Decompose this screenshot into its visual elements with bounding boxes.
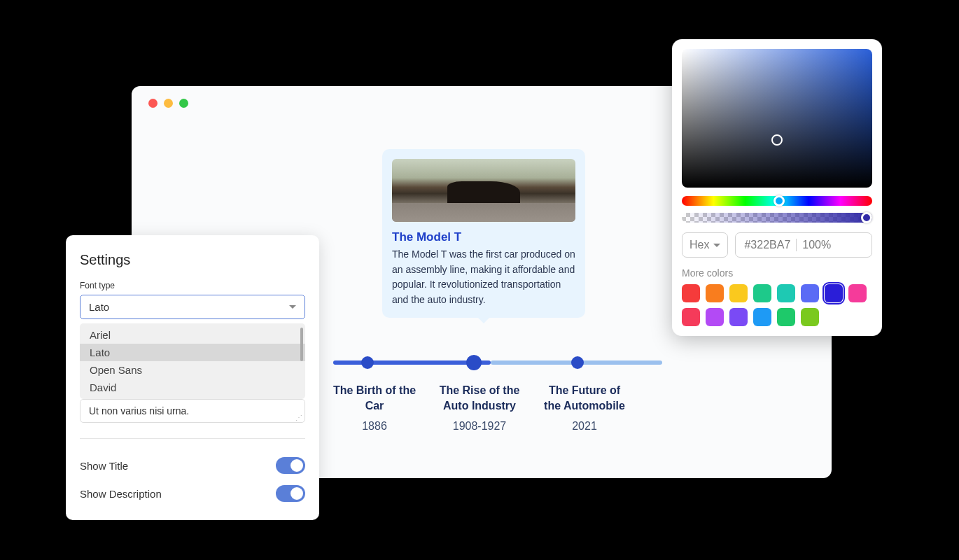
show-description-label: Show Description	[80, 488, 162, 500]
timeline-dot-2[interactable]	[466, 355, 482, 370]
color-format-select[interactable]: Hex	[682, 232, 728, 258]
timeline-event-card: The Model T The Model T was the first ca…	[382, 149, 585, 318]
font-option-ariel[interactable]: Ariel	[80, 326, 305, 344]
event-title: The Model T	[392, 230, 575, 244]
show-title-row: Show Title	[80, 451, 305, 479]
hex-value: #322BA7	[744, 239, 790, 251]
color-swatch[interactable]	[801, 284, 819, 302]
color-swatch[interactable]	[682, 308, 700, 326]
timeline-label-3-year: 2021	[539, 419, 630, 434]
alpha-slider[interactable]	[682, 213, 872, 223]
font-type-label: Font type	[80, 281, 305, 290]
color-gradient-field[interactable]	[682, 49, 872, 188]
opacity-value: 100%	[802, 239, 831, 251]
timeline-label-2-title: The Rise of the Auto Industry	[434, 383, 525, 414]
timeline-label-1-year: 1886	[329, 419, 420, 434]
color-swatch[interactable]	[706, 308, 724, 326]
timeline-dot-3[interactable]	[571, 356, 584, 369]
close-window-button[interactable]	[148, 99, 158, 108]
color-swatch[interactable]	[682, 284, 700, 302]
timeline-label-1[interactable]: The Birth of the Car 1886	[329, 383, 420, 434]
gradient-cursor[interactable]	[771, 134, 783, 146]
font-dropdown: Ariel Lato Open Sans David	[80, 323, 305, 399]
alpha-thumb[interactable]	[861, 212, 872, 223]
show-title-label: Show Title	[80, 460, 128, 472]
description-textarea[interactable]: Ut non varius nisi urna. ⋰	[80, 399, 305, 423]
color-value-input[interactable]: #322BA7 100%	[735, 232, 872, 258]
input-divider	[796, 239, 797, 251]
color-swatch[interactable]	[777, 284, 795, 302]
timeline-label-3[interactable]: The Future of the Automobile 2021	[539, 383, 630, 434]
timeline-label-1-title: The Birth of the Car	[329, 383, 420, 414]
color-value-row: Hex #322BA7 100%	[682, 232, 872, 258]
color-swatch[interactable]	[729, 284, 748, 302]
color-swatch[interactable]	[801, 308, 819, 326]
show-description-row: Show Description	[80, 479, 305, 507]
font-type-select[interactable]: Lato	[80, 295, 305, 319]
hue-slider[interactable]	[682, 196, 872, 206]
chevron-down-icon	[713, 244, 720, 247]
divider	[80, 438, 305, 439]
color-swatch-grid	[682, 284, 872, 326]
color-swatch[interactable]	[706, 284, 724, 302]
font-type-selected-value: Lato	[89, 301, 109, 313]
more-colors-label: More colors	[682, 267, 872, 279]
color-picker-panel: Hex #322BA7 100% More colors	[672, 39, 882, 336]
show-description-toggle[interactable]	[276, 485, 305, 502]
timeline-label-2[interactable]: The Rise of the Auto Industry 1908-1927	[434, 383, 525, 434]
settings-heading: Settings	[80, 252, 305, 268]
event-image	[392, 159, 575, 222]
color-swatch[interactable]	[777, 308, 795, 326]
timeline-label-2-year: 1908-1927	[434, 419, 525, 434]
color-swatch[interactable]	[753, 308, 771, 326]
font-option-open-sans[interactable]: Open Sans	[80, 361, 305, 379]
event-description: The Model T was the first car produced o…	[392, 247, 575, 308]
color-format-value: Hex	[690, 239, 709, 251]
chevron-down-icon	[289, 305, 296, 309]
timeline-track[interactable]	[333, 359, 662, 366]
card-pointer-arrow	[477, 316, 491, 323]
font-option-david[interactable]: David	[80, 379, 305, 396]
color-swatch[interactable]	[825, 284, 843, 302]
minimize-window-button[interactable]	[164, 99, 173, 108]
color-swatch[interactable]	[848, 284, 867, 302]
show-title-toggle[interactable]	[276, 457, 305, 474]
hue-thumb[interactable]	[774, 195, 785, 206]
color-swatch[interactable]	[753, 284, 771, 302]
textarea-value: Ut non varius nisi urna.	[89, 405, 189, 416]
color-swatch[interactable]	[729, 308, 748, 326]
settings-panel: Settings Font type Lato Ariel Lato Open …	[66, 235, 319, 520]
maximize-window-button[interactable]	[179, 99, 188, 108]
timeline-label-3-title: The Future of the Automobile	[539, 383, 630, 414]
font-option-lato[interactable]: Lato	[80, 344, 305, 361]
resize-handle-icon[interactable]: ⋰	[295, 416, 302, 420]
dropdown-scrollbar[interactable]	[300, 328, 303, 361]
timeline-dot-1[interactable]	[361, 356, 374, 369]
